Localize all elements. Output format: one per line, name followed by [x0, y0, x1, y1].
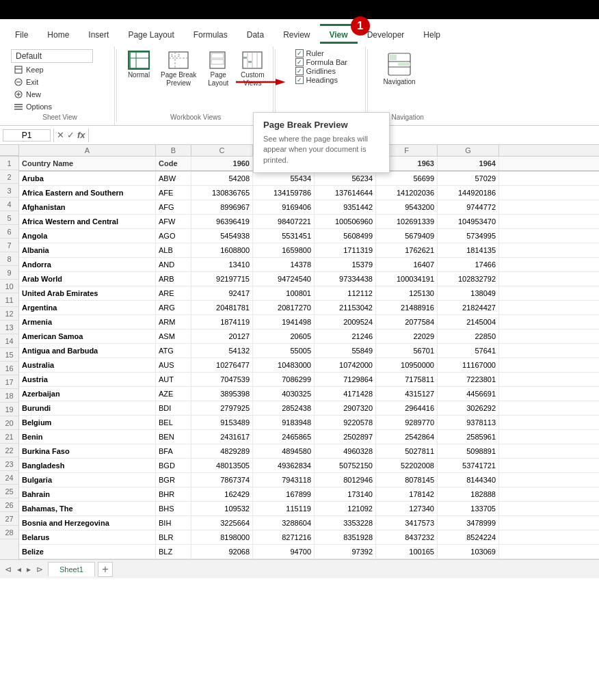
cell-27-g[interactable]: 8524224 — [438, 530, 499, 544]
cell-5-f[interactable]: 102691339 — [376, 215, 438, 228]
cell-17-f[interactable]: 4315127 — [376, 387, 438, 401]
cell-26-e[interactable]: 3353228 — [315, 516, 376, 530]
cell-12-a[interactable]: Armenia — [19, 315, 156, 329]
cell-6-f[interactable]: 5679409 — [376, 229, 438, 243]
cell-26-c[interactable]: 3225664 — [191, 516, 253, 530]
cell-22-e[interactable]: 50752150 — [315, 459, 376, 472]
cell-17-d[interactable]: 4030325 — [253, 387, 315, 401]
tab-home[interactable]: Home — [38, 24, 79, 44]
cell-23-f[interactable]: 8078145 — [376, 473, 438, 487]
cell-24-g[interactable]: 182888 — [438, 487, 499, 501]
cell-20-g[interactable]: 2585961 — [438, 430, 499, 444]
tab-data[interactable]: Data — [237, 24, 274, 44]
navigation-button[interactable]: Navigation — [377, 49, 421, 88]
cell-8-e[interactable]: 15379 — [315, 258, 376, 271]
cell-14-g[interactable]: 57641 — [438, 344, 499, 358]
cell-13-g[interactable]: 22850 — [438, 329, 499, 343]
cell-18-b[interactable]: BDI — [156, 401, 191, 415]
cell-15-f[interactable]: 10950000 — [376, 358, 438, 372]
cell-19-f[interactable]: 9289770 — [376, 416, 438, 429]
cell-16-c[interactable]: 7047539 — [191, 373, 253, 386]
cell-12-c[interactable]: 1874119 — [191, 315, 253, 329]
cell-14-e[interactable]: 55849 — [315, 344, 376, 358]
cell-4-a[interactable]: Afghanistan — [19, 200, 156, 214]
keep-button[interactable]: Keep — [11, 64, 93, 75]
cell-24-c[interactable]: 162429 — [191, 487, 253, 501]
cell-9-g[interactable]: 102832792 — [438, 272, 499, 286]
tab-view[interactable]: View 1 — [320, 24, 358, 44]
cell-13-b[interactable]: ASM — [156, 329, 191, 343]
cell-22-g[interactable]: 53741721 — [438, 459, 499, 472]
cell-21-d[interactable]: 4894580 — [253, 444, 315, 458]
cell-10-f[interactable]: 125130 — [376, 286, 438, 300]
cell-25-c[interactable]: 109532 — [191, 502, 253, 515]
cell-27-d[interactable]: 8271216 — [253, 530, 315, 544]
cell-6-a[interactable]: Angola — [19, 229, 156, 243]
cell-11-g[interactable]: 21824427 — [438, 301, 499, 314]
cell-27-a[interactable]: Belarus — [19, 530, 156, 544]
cell-19-e[interactable]: 9220578 — [315, 416, 376, 429]
cell-16-g[interactable]: 7223801 — [438, 373, 499, 386]
cell-13-c[interactable]: 20127 — [191, 329, 253, 343]
cell-14-f[interactable]: 56701 — [376, 344, 438, 358]
cell-20-e[interactable]: 2502897 — [315, 430, 376, 444]
cell-17-b[interactable]: AZE — [156, 387, 191, 401]
cell-6-e[interactable]: 5608499 — [315, 229, 376, 243]
cell-18-g[interactable]: 3026292 — [438, 401, 499, 415]
cell-16-a[interactable]: Austria — [19, 373, 156, 386]
cell-12-g[interactable]: 2145004 — [438, 315, 499, 329]
cell-7-a[interactable]: Albania — [19, 243, 156, 257]
cell-28-a[interactable]: Belize — [19, 545, 156, 558]
cell-23-a[interactable]: Bulgaria — [19, 473, 156, 487]
cell-20-a[interactable]: Benin — [19, 430, 156, 444]
cell-2-e[interactable]: 56234 — [315, 172, 376, 185]
cell-11-d[interactable]: 20817270 — [253, 301, 315, 314]
cell-7-g[interactable]: 1814135 — [438, 243, 499, 257]
cell-4-d[interactable]: 9169406 — [253, 200, 315, 214]
cell-6-d[interactable]: 5531451 — [253, 229, 315, 243]
cell-3-b[interactable]: AFE — [156, 186, 191, 200]
cell-3-g[interactable]: 144920186 — [438, 186, 499, 200]
cell-18-e[interactable]: 2907320 — [315, 401, 376, 415]
cell-13-d[interactable]: 20605 — [253, 329, 315, 343]
cell-13-f[interactable]: 22029 — [376, 329, 438, 343]
cell-15-b[interactable]: AUS — [156, 358, 191, 372]
cell-28-b[interactable]: BLZ — [156, 545, 191, 558]
cell-19-d[interactable]: 9183948 — [253, 416, 315, 429]
cell-23-e[interactable]: 8012946 — [315, 473, 376, 487]
cell-12-f[interactable]: 2077584 — [376, 315, 438, 329]
cell-9-b[interactable]: ARB — [156, 272, 191, 286]
cell-18-c[interactable]: 2797925 — [191, 401, 253, 415]
cell-18-f[interactable]: 2964416 — [376, 401, 438, 415]
cell-19-b[interactable]: BEL — [156, 416, 191, 429]
cell-14-d[interactable]: 55005 — [253, 344, 315, 358]
cell-25-g[interactable]: 133705 — [438, 502, 499, 515]
next-sheet-arrow[interactable]: ▸ — [25, 565, 33, 574]
cell-8-b[interactable]: AND — [156, 258, 191, 271]
cell-5-b[interactable]: AFW — [156, 215, 191, 228]
cell-11-f[interactable]: 21488916 — [376, 301, 438, 314]
cell-24-f[interactable]: 178142 — [376, 487, 438, 501]
cell-17-g[interactable]: 4456691 — [438, 387, 499, 401]
cell-4-g[interactable]: 9744772 — [438, 200, 499, 214]
cell-17-e[interactable]: 4171428 — [315, 387, 376, 401]
exit-button[interactable]: Exit — [11, 77, 93, 88]
cell-18-d[interactable]: 2852438 — [253, 401, 315, 415]
cell-11-a[interactable]: Argentina — [19, 301, 156, 314]
cancel-icon[interactable]: ✕ — [57, 130, 64, 140]
cell-13-a[interactable]: American Samoa — [19, 329, 156, 343]
cell-24-d[interactable]: 167899 — [253, 487, 315, 501]
cell-14-b[interactable]: ATG — [156, 344, 191, 358]
cell-27-e[interactable]: 8351928 — [315, 530, 376, 544]
cell-21-f[interactable]: 5027811 — [376, 444, 438, 458]
cell-8-a[interactable]: Andorra — [19, 258, 156, 271]
sheet-tab-sheet1[interactable]: Sheet1 — [48, 562, 95, 576]
cell-7-c[interactable]: 1608800 — [191, 243, 253, 257]
gridlines-checkbox[interactable] — [295, 67, 304, 75]
cell-19-a[interactable]: Belgium — [19, 416, 156, 429]
cell-6-g[interactable]: 5734995 — [438, 229, 499, 243]
cell-16-b[interactable]: AUT — [156, 373, 191, 386]
cell-15-d[interactable]: 10483000 — [253, 358, 315, 372]
cell-28-d[interactable]: 94700 — [253, 545, 315, 558]
cell-2-b[interactable]: ABW — [156, 172, 191, 185]
